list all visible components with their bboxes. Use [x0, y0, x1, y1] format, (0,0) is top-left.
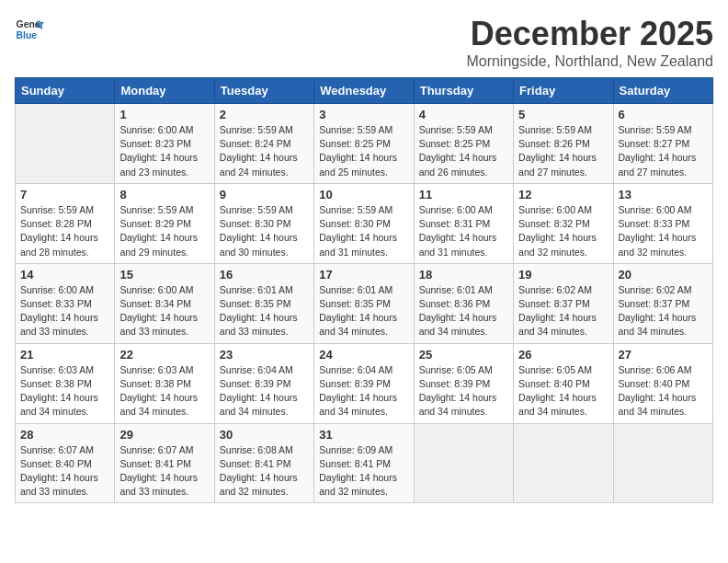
header-thursday: Thursday	[414, 78, 513, 104]
calendar-day-cell: 15Sunrise: 6:00 AM Sunset: 8:34 PM Dayli…	[115, 263, 214, 343]
day-number: 10	[319, 188, 408, 201]
calendar-day-cell: 24Sunrise: 6:04 AM Sunset: 8:39 PM Dayli…	[314, 343, 414, 423]
day-number: 1	[119, 108, 209, 121]
day-info: Sunrise: 5:59 AM Sunset: 8:25 PM Dayligh…	[319, 123, 408, 179]
day-info: Sunrise: 6:00 AM Sunset: 8:34 PM Dayligh…	[119, 283, 209, 339]
calendar-day-cell: 21Sunrise: 6:03 AM Sunset: 8:38 PM Dayli…	[16, 343, 115, 423]
calendar-day-cell: 18Sunrise: 6:01 AM Sunset: 8:36 PM Dayli…	[414, 263, 513, 343]
calendar-day-cell: 16Sunrise: 6:01 AM Sunset: 8:35 PM Dayli…	[214, 263, 313, 343]
day-number: 11	[419, 188, 508, 201]
day-number: 21	[20, 348, 109, 362]
logo-icon: General Blue	[15, 15, 44, 44]
calendar-day-cell: 8Sunrise: 5:59 AM Sunset: 8:29 PM Daylig…	[115, 183, 214, 263]
day-number: 25	[419, 348, 508, 362]
calendar-week-row: 7Sunrise: 5:59 AM Sunset: 8:28 PM Daylig…	[16, 183, 713, 263]
calendar-week-row: 14Sunrise: 6:00 AM Sunset: 8:33 PM Dayli…	[16, 263, 713, 343]
day-info: Sunrise: 5:59 AM Sunset: 8:29 PM Dayligh…	[119, 203, 209, 259]
calendar-day-cell: 25Sunrise: 6:05 AM Sunset: 8:39 PM Dayli…	[414, 343, 513, 423]
day-info: Sunrise: 6:01 AM Sunset: 8:35 PM Dayligh…	[319, 283, 408, 339]
calendar-day-cell: 6Sunrise: 5:59 AM Sunset: 8:27 PM Daylig…	[613, 104, 712, 184]
day-number: 3	[319, 108, 408, 121]
day-info: Sunrise: 6:08 AM Sunset: 8:41 PM Dayligh…	[220, 443, 309, 500]
calendar-day-cell: 27Sunrise: 6:06 AM Sunset: 8:40 PM Dayli…	[613, 343, 712, 423]
day-number: 8	[119, 188, 209, 201]
day-info: Sunrise: 6:02 AM Sunset: 8:37 PM Dayligh…	[619, 283, 708, 339]
day-info: Sunrise: 6:05 AM Sunset: 8:39 PM Dayligh…	[419, 363, 508, 419]
svg-text:Blue: Blue	[17, 30, 38, 40]
calendar-day-cell: 20Sunrise: 6:02 AM Sunset: 8:37 PM Dayli…	[613, 263, 712, 343]
calendar-day-cell: 30Sunrise: 6:08 AM Sunset: 8:41 PM Dayli…	[214, 423, 313, 503]
day-number: 16	[220, 268, 309, 282]
day-number: 9	[220, 188, 309, 201]
day-info: Sunrise: 6:01 AM Sunset: 8:35 PM Dayligh…	[220, 283, 309, 339]
calendar-day-cell	[414, 423, 513, 503]
header-friday: Friday	[514, 78, 613, 104]
day-number: 12	[518, 188, 608, 201]
calendar-day-cell: 2Sunrise: 5:59 AM Sunset: 8:24 PM Daylig…	[214, 104, 313, 184]
day-number: 6	[619, 108, 708, 121]
day-info: Sunrise: 6:03 AM Sunset: 8:38 PM Dayligh…	[20, 363, 109, 419]
calendar-week-row: 1Sunrise: 6:00 AM Sunset: 8:23 PM Daylig…	[16, 104, 713, 184]
calendar-day-cell: 1Sunrise: 6:00 AM Sunset: 8:23 PM Daylig…	[115, 104, 214, 184]
day-info: Sunrise: 6:07 AM Sunset: 8:41 PM Dayligh…	[119, 443, 209, 500]
day-number: 13	[619, 188, 708, 201]
calendar-week-row: 21Sunrise: 6:03 AM Sunset: 8:38 PM Dayli…	[16, 343, 713, 423]
calendar-table: Sunday Monday Tuesday Wednesday Thursday…	[15, 77, 713, 503]
day-number: 24	[319, 348, 408, 362]
day-number: 19	[518, 268, 608, 282]
calendar-day-cell: 4Sunrise: 5:59 AM Sunset: 8:25 PM Daylig…	[414, 104, 513, 184]
day-number: 22	[119, 348, 209, 362]
day-info: Sunrise: 5:59 AM Sunset: 8:28 PM Dayligh…	[20, 203, 109, 259]
header-sunday: Sunday	[16, 78, 115, 104]
location-subtitle: Morningside, Northland, New Zealand	[466, 53, 713, 70]
day-info: Sunrise: 5:59 AM Sunset: 8:30 PM Dayligh…	[319, 203, 408, 259]
day-info: Sunrise: 6:09 AM Sunset: 8:41 PM Dayligh…	[319, 443, 408, 500]
calendar-day-cell: 12Sunrise: 6:00 AM Sunset: 8:32 PM Dayli…	[514, 183, 613, 263]
day-number: 5	[518, 108, 608, 121]
day-number: 20	[619, 268, 708, 282]
calendar-day-cell	[514, 423, 613, 503]
day-info: Sunrise: 6:03 AM Sunset: 8:38 PM Dayligh…	[119, 363, 209, 419]
header-saturday: Saturday	[613, 78, 712, 104]
calendar-day-cell: 31Sunrise: 6:09 AM Sunset: 8:41 PM Dayli…	[314, 423, 414, 503]
page-header: General Blue December 2025 Morningside, …	[15, 15, 713, 70]
calendar-day-cell	[16, 104, 115, 184]
day-number: 4	[419, 108, 508, 121]
calendar-day-cell: 14Sunrise: 6:00 AM Sunset: 8:33 PM Dayli…	[16, 263, 115, 343]
day-number: 27	[619, 348, 708, 362]
day-info: Sunrise: 5:59 AM Sunset: 8:26 PM Dayligh…	[518, 123, 608, 179]
calendar-day-cell: 9Sunrise: 5:59 AM Sunset: 8:30 PM Daylig…	[214, 183, 313, 263]
calendar-day-cell: 7Sunrise: 5:59 AM Sunset: 8:28 PM Daylig…	[16, 183, 115, 263]
calendar-day-cell: 26Sunrise: 6:05 AM Sunset: 8:40 PM Dayli…	[514, 343, 613, 423]
calendar-day-cell: 13Sunrise: 6:00 AM Sunset: 8:33 PM Dayli…	[613, 183, 712, 263]
day-info: Sunrise: 6:01 AM Sunset: 8:36 PM Dayligh…	[419, 283, 508, 339]
day-info: Sunrise: 5:59 AM Sunset: 8:25 PM Dayligh…	[419, 123, 508, 179]
header-monday: Monday	[115, 78, 214, 104]
month-title: December 2025	[466, 15, 713, 53]
logo: General Blue	[15, 15, 44, 44]
day-info: Sunrise: 5:59 AM Sunset: 8:27 PM Dayligh…	[619, 123, 708, 179]
day-info: Sunrise: 6:02 AM Sunset: 8:37 PM Dayligh…	[518, 283, 608, 339]
day-number: 29	[119, 428, 209, 442]
day-info: Sunrise: 6:04 AM Sunset: 8:39 PM Dayligh…	[319, 363, 408, 419]
day-info: Sunrise: 6:00 AM Sunset: 8:33 PM Dayligh…	[619, 203, 708, 259]
day-number: 26	[518, 348, 608, 362]
day-number: 23	[220, 348, 309, 362]
day-number: 30	[220, 428, 309, 442]
calendar-day-cell: 29Sunrise: 6:07 AM Sunset: 8:41 PM Dayli…	[115, 423, 214, 503]
header-wednesday: Wednesday	[314, 78, 414, 104]
calendar-day-cell: 22Sunrise: 6:03 AM Sunset: 8:38 PM Dayli…	[115, 343, 214, 423]
day-info: Sunrise: 5:59 AM Sunset: 8:30 PM Dayligh…	[220, 203, 309, 259]
calendar-day-cell: 10Sunrise: 5:59 AM Sunset: 8:30 PM Dayli…	[314, 183, 414, 263]
calendar-day-cell: 19Sunrise: 6:02 AM Sunset: 8:37 PM Dayli…	[514, 263, 613, 343]
header-row: Sunday Monday Tuesday Wednesday Thursday…	[16, 78, 713, 104]
day-number: 14	[20, 268, 109, 282]
day-info: Sunrise: 6:06 AM Sunset: 8:40 PM Dayligh…	[619, 363, 708, 419]
calendar-day-cell: 5Sunrise: 5:59 AM Sunset: 8:26 PM Daylig…	[514, 104, 613, 184]
header-tuesday: Tuesday	[214, 78, 313, 104]
day-info: Sunrise: 6:07 AM Sunset: 8:40 PM Dayligh…	[20, 443, 109, 500]
day-number: 28	[20, 428, 109, 442]
day-info: Sunrise: 6:05 AM Sunset: 8:40 PM Dayligh…	[518, 363, 608, 419]
calendar-day-cell: 3Sunrise: 5:59 AM Sunset: 8:25 PM Daylig…	[314, 104, 414, 184]
day-info: Sunrise: 5:59 AM Sunset: 8:24 PM Dayligh…	[220, 123, 309, 179]
